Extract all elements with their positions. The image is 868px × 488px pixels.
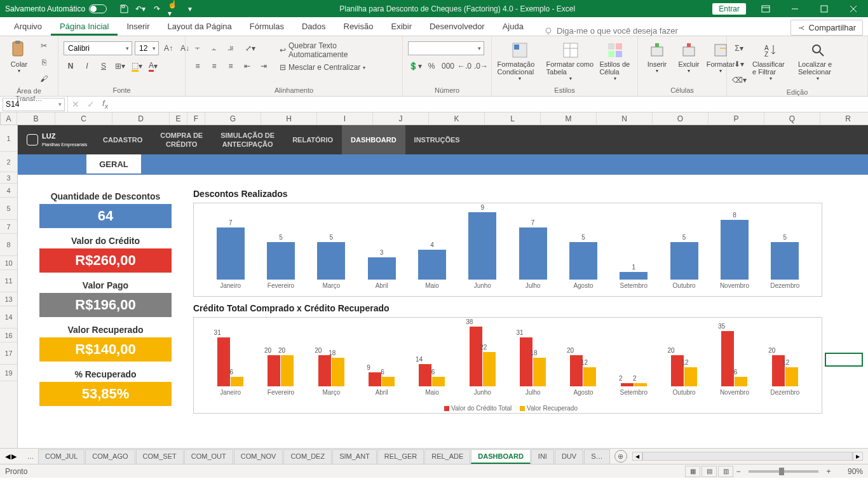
fill-color-icon[interactable]: ⬚▾ [130, 59, 144, 73]
align-left-icon[interactable]: ≡ [191, 59, 205, 73]
undo-icon[interactable]: ↶▾ [135, 3, 146, 15]
zoom-level[interactable]: 90% [834, 467, 863, 476]
col-header-O[interactable]: O [653, 112, 709, 125]
row-header-5[interactable]: 5 [0, 198, 17, 220]
col-header-R[interactable]: R [820, 112, 868, 125]
font-color-icon[interactable]: A▾ [146, 59, 160, 73]
increase-indent-icon[interactable]: ⇥ [257, 59, 271, 73]
redo-icon[interactable]: ↷ [151, 3, 163, 15]
col-header-C[interactable]: C [55, 112, 112, 125]
tab-data[interactable]: Dados [293, 18, 335, 36]
col-header-J[interactable]: J [373, 112, 429, 125]
scroll-track[interactable] [642, 452, 853, 461]
align-top-icon[interactable]: ⫟ [191, 41, 205, 55]
zoom-out-button[interactable]: − [733, 467, 743, 476]
find-select-button[interactable]: Localizar e Selecionar▾ [796, 39, 840, 83]
sheet-tab-COM_DEZ[interactable]: COM_DEZ [283, 449, 332, 464]
sheet-tab-S…[interactable]: S… [584, 449, 609, 464]
row-header-13[interactable]: 13 [0, 292, 17, 306]
chart-credito[interactable]: 3162020201896146382231182012222012356201… [193, 317, 822, 414]
formula-input[interactable] [112, 98, 868, 111]
cut-icon[interactable]: ✂ [37, 39, 51, 53]
name-box[interactable]: S14 [3, 98, 65, 111]
fx-icon[interactable]: fx [98, 98, 112, 110]
nav-compra-de-crédito[interactable]: COMPRA DECRÉDITO [151, 131, 212, 149]
minimize-icon[interactable] [780, 0, 810, 17]
sheet-tab-DUV[interactable]: DUV [555, 449, 583, 464]
percent-icon[interactable]: % [424, 59, 438, 73]
chart-descontos[interactable]: 755349751585 JaneiroFevereiroMarçoAbrilM… [193, 203, 822, 297]
align-right-icon[interactable]: ≡ [224, 59, 238, 73]
sheet-tab-COM_AGO[interactable]: COM_AGO [85, 449, 135, 464]
row-header-19[interactable]: 19 [0, 365, 17, 381]
conditional-formatting-button[interactable]: Formatação Condicional▾ [497, 39, 542, 83]
align-middle-icon[interactable]: ⫠ [207, 41, 221, 55]
autosum-icon[interactable]: Σ▾ [732, 41, 746, 55]
increase-font-icon[interactable]: A↑ [161, 41, 175, 55]
wrap-text-button[interactable]: ↩Quebrar Texto Automaticamente [280, 41, 397, 59]
page-layout-icon[interactable]: ▤ [702, 466, 717, 477]
font-name-combo[interactable]: Calibri [64, 41, 132, 55]
sheet-tab-DASHBOARD[interactable]: DASHBOARD [471, 449, 531, 464]
col-header-L[interactable]: L [485, 112, 541, 125]
tab-help[interactable]: Ajuda [494, 18, 532, 36]
sheet-nav[interactable]: ◀▶ [5, 452, 23, 461]
sheet-tab-COM_SET[interactable]: COM_SET [136, 449, 184, 464]
sheet-more-left[interactable]: … [23, 452, 38, 460]
sheet-tab-REL_GER[interactable]: REL_GER [377, 449, 424, 464]
row-header-4[interactable]: 4 [0, 184, 17, 198]
qat-more-icon[interactable]: ▾ [184, 3, 196, 15]
zoom-slider[interactable] [749, 470, 818, 473]
underline-icon[interactable]: S [97, 59, 111, 73]
row-header-10[interactable]: 10 [0, 256, 17, 270]
row-header-1[interactable]: 1 [0, 125, 17, 152]
col-header-B[interactable]: B [17, 112, 55, 125]
tab-file[interactable]: Arquivo [5, 18, 51, 36]
sheet-tab-SIM_ANT[interactable]: SIM_ANT [332, 449, 377, 464]
sheet-tab-COM_NOV[interactable]: COM_NOV [234, 449, 283, 464]
tab-developer[interactable]: Desenvolvedor [421, 18, 494, 36]
sign-in-button[interactable]: Entrar [712, 3, 746, 15]
delete-cells-button[interactable]: Excluir▾ [675, 39, 703, 75]
enter-formula-icon[interactable]: ✓ [83, 99, 98, 109]
increase-decimal-icon[interactable]: ←.0 [458, 59, 471, 73]
nav-relatório[interactable]: RELATÓRIO [283, 135, 342, 144]
col-header-F[interactable]: F [187, 112, 205, 125]
border-icon[interactable]: ⊞▾ [113, 59, 127, 73]
col-header-I[interactable]: I [317, 112, 373, 125]
new-sheet-button[interactable]: ⊕ [614, 450, 627, 463]
col-header-D[interactable]: D [112, 112, 170, 125]
sheet-tab-COM_JUL[interactable]: COM_JUL [38, 449, 85, 464]
tab-review[interactable]: Revisão [335, 18, 383, 36]
page-break-icon[interactable]: ▥ [718, 466, 733, 477]
sheet-tab-COM_OUT[interactable]: COM_OUT [184, 449, 233, 464]
tab-view[interactable]: Exibir [382, 18, 421, 36]
toggle-switch[interactable] [89, 4, 107, 13]
tab-layout[interactable]: Layout da Página [159, 18, 241, 36]
row-header-16[interactable]: 16 [0, 329, 17, 342]
bold-icon[interactable]: N [64, 59, 78, 73]
col-header-N[interactable]: N [597, 112, 653, 125]
tell-me-search[interactable]: Diga-me o que você deseja fazer [532, 26, 790, 36]
align-center-icon[interactable]: ≡ [207, 59, 221, 73]
col-header-H[interactable]: H [261, 112, 317, 125]
scroll-left-icon[interactable]: ◀ [632, 452, 642, 461]
cell-styles-button[interactable]: Estilos de Célula▾ [599, 39, 632, 83]
sheet-tab-REL_ADE[interactable]: REL_ADE [424, 449, 470, 464]
merge-button[interactable]: ⊟Mesclar e Centralizar▾ [280, 63, 397, 72]
paste-button[interactable]: Colar▾ [5, 39, 33, 75]
row-header-8[interactable]: 8 [0, 234, 17, 256]
nav-simulação-de-antecipação[interactable]: SIMULAÇÃO DEANTECIPAÇÃO [212, 131, 283, 149]
font-size-combo[interactable]: 12 [135, 41, 159, 55]
orientation-icon[interactable]: ⤢▾ [240, 41, 261, 55]
copy-icon[interactable]: ⎘ [37, 55, 51, 69]
sheet-tab-INI[interactable]: INI [531, 449, 554, 464]
comma-icon[interactable]: 000 [441, 59, 455, 73]
tab-insert[interactable]: Inserir [118, 18, 158, 36]
tab-formulas[interactable]: Fórmulas [241, 18, 293, 36]
insert-cells-button[interactable]: Inserir▾ [643, 39, 671, 75]
col-header-A[interactable]: A [1, 112, 17, 125]
italic-icon[interactable]: I [80, 59, 94, 73]
format-painter-icon[interactable]: 🖌 [37, 72, 51, 86]
cancel-formula-icon[interactable]: ✕ [68, 99, 83, 109]
